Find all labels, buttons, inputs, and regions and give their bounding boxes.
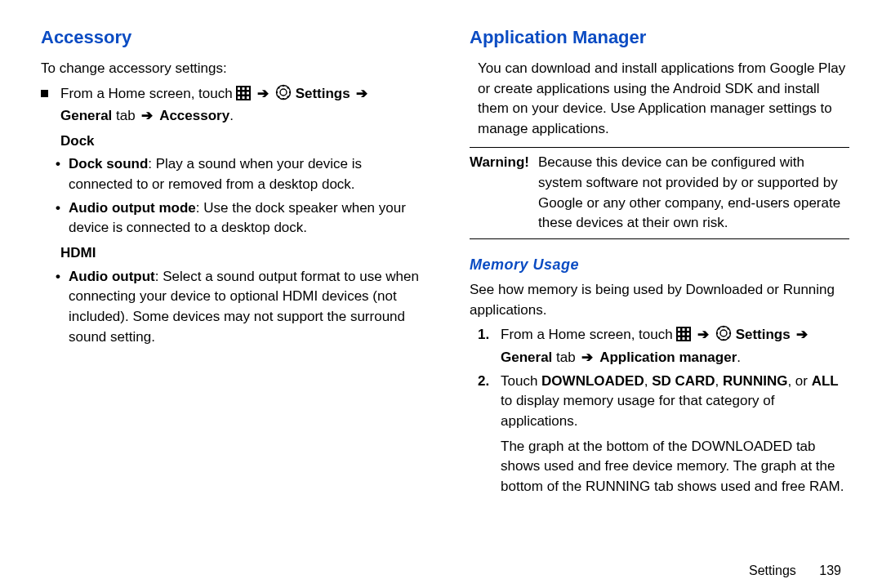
page: Accessory To change accessory settings: … — [0, 0, 882, 588]
svg-rect-8 — [243, 96, 245, 99]
svg-rect-1 — [238, 87, 240, 90]
memory-step-1: 1. From a Home screen, touch ➔ — [478, 325, 849, 368]
svg-rect-16 — [678, 333, 680, 336]
svg-rect-20 — [683, 337, 685, 340]
graph-text: The graph at the bottom of the DOWNLOADE… — [501, 437, 849, 497]
settings-gear-icon — [275, 84, 292, 107]
svg-rect-17 — [683, 333, 685, 336]
settings-label: Settings — [296, 86, 350, 101]
settings-label: Settings — [736, 327, 791, 342]
svg-rect-7 — [238, 96, 240, 99]
step2-dl: DOWNLOADED — [541, 373, 644, 389]
audio-output-item: • Audio output: Select a sound output fo… — [56, 267, 421, 348]
left-column: Accessory To change accessory settings: … — [41, 24, 421, 580]
audio-output-mode-label: Audio output mode — [69, 200, 196, 216]
accessory-step-text: From a Home screen, touch ➔ — [60, 84, 421, 152]
svg-rect-18 — [687, 333, 689, 336]
svg-rect-14 — [683, 328, 685, 331]
appmanager-heading: Application Manager — [470, 24, 849, 51]
svg-rect-3 — [247, 87, 249, 90]
apps-icon — [236, 86, 251, 107]
footer-chapter: Settings — [749, 564, 796, 577]
svg-rect-6 — [247, 91, 249, 94]
svg-point-10 — [280, 89, 287, 96]
memory-intro: See how memory is being used by Download… — [470, 280, 849, 320]
nav-appmgr: Application manager — [599, 350, 737, 365]
bullet-dot: • — [56, 198, 69, 238]
svg-rect-2 — [243, 87, 245, 90]
warning-label: Warning! — [470, 153, 538, 234]
memory-usage-heading: Memory Usage — [470, 254, 849, 275]
svg-rect-5 — [243, 91, 245, 94]
arrow-icon: ➔ — [581, 350, 593, 365]
accessory-heading: Accessory — [41, 24, 421, 51]
svg-point-23 — [716, 327, 730, 341]
bullet-dot: • — [56, 267, 69, 348]
step2-a: Touch — [501, 373, 541, 389]
svg-rect-4 — [238, 91, 240, 94]
svg-rect-15 — [687, 328, 689, 331]
arrow-icon: ➔ — [257, 86, 269, 101]
nav-tab: tab — [112, 108, 139, 123]
dock-head: Dock — [60, 131, 421, 152]
nav-general: General — [60, 108, 112, 123]
arrow-icon: ➔ — [141, 108, 153, 123]
svg-point-11 — [276, 85, 290, 99]
svg-rect-19 — [678, 337, 680, 340]
nav-general: General — [501, 350, 552, 365]
svg-rect-13 — [678, 328, 680, 331]
accessory-step: From a Home screen, touch ➔ — [41, 84, 421, 152]
step-number: 1. — [478, 325, 501, 368]
svg-point-22 — [720, 330, 727, 336]
apps-icon — [676, 327, 691, 348]
memory-step-2: 2. Touch DOWNLOADED, SD CARD, RUNNING, o… — [478, 372, 849, 497]
arrow-icon: ➔ — [697, 327, 709, 342]
audio-output-mode-item: • Audio output mode: Use the dock speake… — [56, 198, 421, 238]
warning-block: Warning! Because this device can be conf… — [470, 147, 849, 239]
svg-rect-9 — [247, 96, 249, 99]
step2-all: ALL — [812, 373, 839, 389]
audio-output-label: Audio output — [69, 269, 155, 284]
arrow-icon: ➔ — [796, 327, 808, 342]
dock-sound-label: Dock sound — [69, 156, 148, 172]
warning-text: Because this device can be configured wi… — [538, 153, 849, 234]
settings-gear-icon — [715, 325, 732, 348]
step2-b: to display memory usage for that categor… — [501, 393, 774, 429]
step1-prefix: From a Home screen, touch — [501, 327, 676, 342]
accessory-intro: To change accessory settings: — [41, 59, 421, 79]
nav-tab: tab — [552, 350, 579, 365]
step-number: 2. — [478, 372, 501, 497]
bullet-dot: • — [56, 154, 69, 194]
step2-sd: SD CARD — [652, 373, 715, 389]
step2-run: RUNNING — [723, 373, 787, 389]
nav-accessory: Accessory — [159, 108, 229, 123]
square-bullet — [41, 84, 60, 152]
dock-sound-item: • Dock sound: Play a sound when your dev… — [56, 154, 421, 194]
appmanager-intro: You can download and install application… — [478, 59, 849, 140]
right-column: Application Manager You can download and… — [470, 24, 849, 580]
footer-page: 139 — [819, 564, 841, 577]
step-prefix: From a Home screen, touch — [60, 86, 236, 101]
page-footer: Settings 139 — [749, 564, 841, 578]
arrow-icon: ➔ — [356, 86, 368, 101]
hdmi-head: HDMI — [60, 243, 421, 264]
svg-rect-21 — [687, 337, 689, 340]
